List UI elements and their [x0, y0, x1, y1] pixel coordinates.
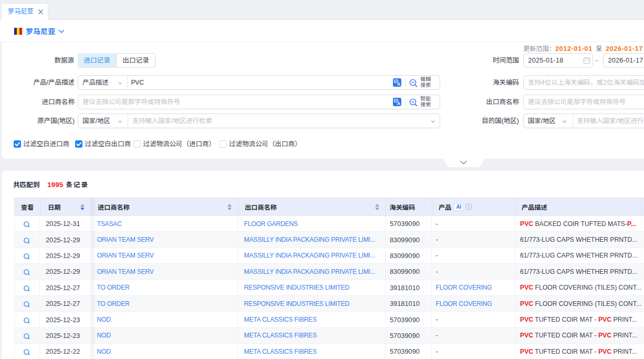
- svg-text:A: A: [397, 81, 400, 87]
- svg-text:A: A: [397, 101, 400, 106]
